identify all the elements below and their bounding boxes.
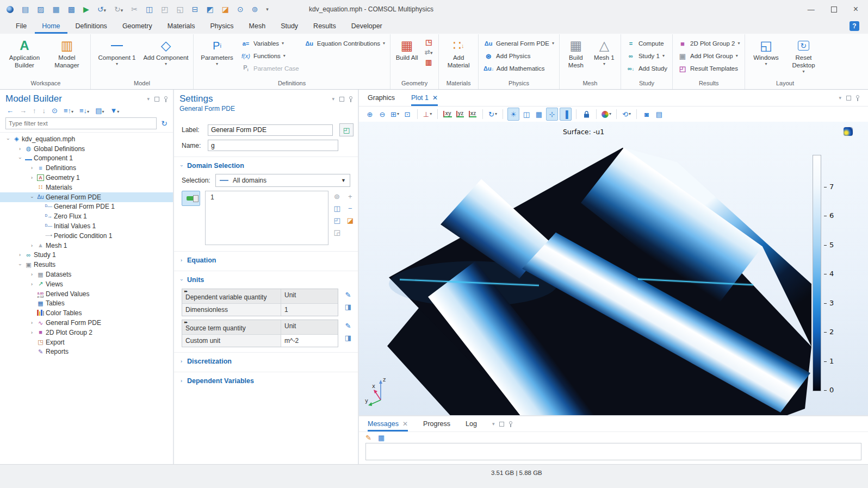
tree-node-tables[interactable]: ▦Tables bbox=[0, 299, 173, 309]
delete-icon[interactable]: ⊟ bbox=[192, 5, 199, 13]
zoom-in-icon[interactable]: ⊕ bbox=[364, 108, 375, 120]
select-box-icon[interactable]: ◩ bbox=[206, 5, 213, 13]
comsol-logo-icon[interactable] bbox=[7, 6, 14, 13]
tree-node-2d-plot-group-2[interactable]: ›■2D Plot Group 2 bbox=[0, 328, 173, 337]
undo-icon[interactable]: ↺▾ bbox=[97, 5, 106, 13]
mesh-1-button[interactable]: △ Mesh 1 ▾ bbox=[592, 35, 617, 80]
expand-all-icon[interactable]: ≡↑▾ bbox=[64, 107, 73, 114]
tab-graphics[interactable]: Graphics bbox=[368, 90, 395, 106]
go-to-xy-view-icon[interactable]: xy bbox=[442, 108, 453, 120]
add-physics-button[interactable]: ⊛ Add Physics bbox=[483, 51, 554, 61]
plot-area[interactable]: Surface: -u1 7 6 5 4 3 2 1 0 bbox=[359, 122, 868, 415]
tree-node-definitions[interactable]: ›≡Definitions bbox=[0, 163, 173, 173]
edit-quantity-icon[interactable]: ✎ bbox=[345, 322, 351, 330]
table2-unit-cell[interactable]: m^-2 bbox=[281, 335, 338, 347]
qat-menu-chevron-icon[interactable]: ▾ bbox=[266, 7, 269, 12]
open-file-icon[interactable]: ▨ bbox=[37, 5, 44, 13]
copy-selection-icon[interactable]: ◫ bbox=[333, 205, 340, 212]
panel-float-icon[interactable] bbox=[499, 422, 504, 427]
tree-filter-input[interactable] bbox=[5, 117, 157, 129]
reset-desktop-button[interactable]: ↻ Reset Desktop ▾ bbox=[786, 35, 821, 80]
rename-unit-icon[interactable]: ◨ bbox=[345, 334, 351, 342]
tree-node-study-1[interactable]: ›∞Study 1 bbox=[0, 251, 173, 260]
panel-pin-icon[interactable] bbox=[349, 96, 352, 99]
clear-selection-icon[interactable]: ◪ bbox=[347, 217, 354, 224]
panel-menu-chevron-icon[interactable]: ▾ bbox=[839, 95, 841, 101]
compute-button[interactable]: = Compute bbox=[626, 39, 667, 48]
active-toggle-button[interactable] bbox=[182, 191, 200, 206]
close-button[interactable]: × bbox=[853, 4, 858, 14]
build-mesh-button[interactable]: ▦ Build Mesh bbox=[563, 35, 588, 80]
filter-icon[interactable]: ▼▾ bbox=[110, 107, 119, 114]
table2-quantity-cell[interactable]: Custom unit bbox=[182, 335, 281, 347]
maximize-button[interactable] bbox=[831, 7, 837, 12]
panel-menu-chevron-icon[interactable]: ▾ bbox=[492, 421, 495, 427]
update-plot-icon[interactable]: ⟲▾ bbox=[621, 108, 632, 120]
add-plot-group-button[interactable]: ▣ Add Plot Group ▾ bbox=[678, 51, 740, 61]
study-1-button[interactable]: ∞ Study 1 ▾ bbox=[626, 51, 667, 61]
tab-home[interactable]: Home bbox=[35, 18, 67, 34]
run-icon[interactable]: ▶ bbox=[83, 5, 89, 13]
tree-node-general-form-pde-results[interactable]: ›∿General Form PDE bbox=[0, 318, 173, 328]
tab-study[interactable]: Study bbox=[274, 18, 305, 34]
panel-menu-chevron-icon[interactable]: ▾ bbox=[332, 96, 334, 102]
message-table-icon[interactable]: ▦ bbox=[378, 434, 385, 442]
general-form-pde-button[interactable]: Δu General Form PDE ▾ bbox=[483, 39, 554, 48]
zoom-box-icon[interactable]: ⊞▾ bbox=[389, 108, 400, 120]
application-builder-button[interactable]: A Application Builder bbox=[5, 35, 44, 80]
rotate-view-icon[interactable]: ↻▾ bbox=[487, 108, 498, 120]
tab-geometry[interactable]: Geometry bbox=[115, 18, 159, 34]
show-axis-orientation-icon[interactable]: ⊹ bbox=[546, 108, 558, 121]
tab-developer[interactable]: Developer bbox=[344, 18, 389, 34]
parameter-case-button[interactable]: Pi Parameter Case bbox=[241, 64, 299, 73]
variables-button[interactable]: a= Variables ▾ bbox=[241, 39, 299, 48]
move-up-icon[interactable]: ↑ bbox=[33, 107, 36, 114]
go-back-icon[interactable]: ← bbox=[7, 107, 14, 114]
image-snapshot-icon[interactable]: ◙ bbox=[641, 108, 652, 120]
duplicate-icon[interactable]: ◱ bbox=[176, 5, 183, 13]
tree-node-component-1[interactable]: ›Component 1 bbox=[0, 154, 173, 164]
tab-materials[interactable]: Materials bbox=[160, 18, 202, 34]
build-all-button[interactable]: ▦ Build All bbox=[394, 35, 419, 80]
new-file-icon[interactable]: ▤ bbox=[22, 5, 29, 13]
tree-node-results[interactable]: ›▣Results bbox=[0, 260, 173, 270]
edit-quantity-icon[interactable]: ✎ bbox=[345, 291, 351, 299]
save-as-icon[interactable]: ▩ bbox=[68, 5, 75, 13]
add-study-button[interactable]: ∞↓ Add Study bbox=[626, 64, 667, 73]
redo-icon[interactable]: ↻▾ bbox=[114, 5, 123, 13]
scene-light-icon[interactable]: ☀ bbox=[507, 108, 519, 121]
show-options-icon[interactable]: ⊙ bbox=[52, 107, 58, 114]
close-tab-icon[interactable]: ✕ bbox=[432, 94, 438, 102]
parameters-button[interactable]: Pi Parameters ▾ bbox=[197, 35, 237, 80]
name-field-input[interactable] bbox=[208, 140, 338, 151]
show-grid-icon[interactable]: ▦ bbox=[534, 108, 544, 120]
tree-node-materials[interactable]: ∷Materials bbox=[0, 183, 173, 192]
panel-float-icon[interactable] bbox=[846, 96, 851, 101]
section-discretization[interactable]: › Discretization bbox=[174, 352, 358, 368]
import-geometry-icon[interactable]: ◳ bbox=[424, 39, 433, 46]
search-settings-icon[interactable]: ⊚ bbox=[252, 5, 258, 13]
add-to-selection-icon[interactable]: + bbox=[348, 193, 352, 200]
model-manager-button[interactable]: ▥ Model Manager bbox=[47, 35, 86, 80]
color-theme-icon[interactable]: ▾ bbox=[601, 108, 612, 120]
zoom-to-selection-icon[interactable]: ◲ bbox=[333, 229, 340, 236]
table-row[interactable]: Dimensionless 1 bbox=[182, 304, 338, 316]
equation-contributions-button[interactable]: Δu Equation Contributions ▾ bbox=[305, 39, 385, 48]
rename-label-button[interactable]: ◰ bbox=[339, 123, 354, 136]
go-forward-icon[interactable]: → bbox=[20, 107, 27, 114]
go-to-default-view-icon[interactable]: ⊥▾ bbox=[422, 108, 433, 120]
tree-node-derived-values[interactable]: 8.85e-12Derived Values bbox=[0, 289, 173, 299]
tree-node-general-form-pde-1[interactable]: ᴰ—General Form PDE 1 bbox=[0, 202, 173, 212]
tab-messages[interactable]: Messages ✕ bbox=[368, 416, 408, 431]
cut-icon[interactable]: ✂ bbox=[131, 5, 138, 13]
copy-icon[interactable]: ◫ bbox=[146, 5, 153, 13]
domain-list[interactable]: 1 bbox=[205, 191, 328, 245]
minimize-button[interactable]: — bbox=[808, 5, 815, 14]
undo-caret-icon[interactable]: ▾ bbox=[103, 8, 106, 13]
tab-log[interactable]: Log bbox=[466, 416, 477, 431]
tree-node-geometry-1[interactable]: ›AGeometry 1 bbox=[0, 173, 173, 183]
transparency-icon[interactable]: ◫ bbox=[521, 108, 532, 120]
tree-node-datasets[interactable]: ›▦Datasets bbox=[0, 270, 173, 279]
tab-physics[interactable]: Physics bbox=[203, 18, 240, 34]
tree-node-global-definitions[interactable]: ›◍Global Definitions bbox=[0, 144, 173, 154]
